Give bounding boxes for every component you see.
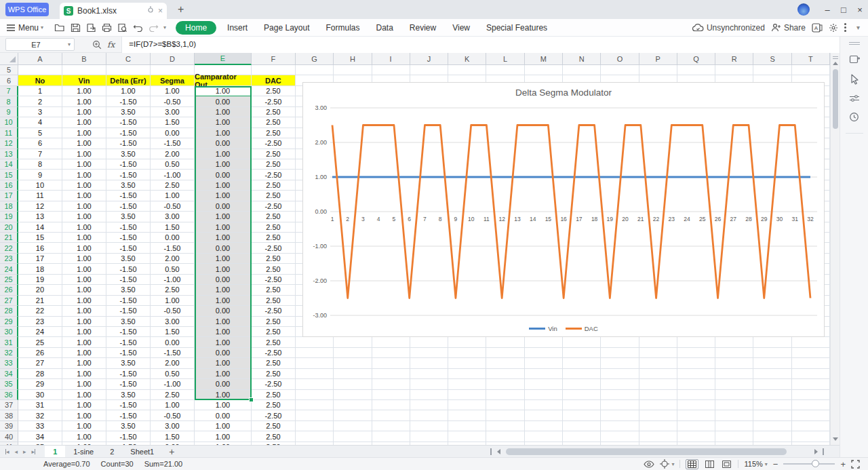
ribbon-tab-view[interactable]: View <box>444 23 478 33</box>
cell-D26[interactable]: 2.50 <box>151 285 195 295</box>
col-header-S[interactable]: S <box>753 53 791 65</box>
cell-K34[interactable] <box>448 369 486 379</box>
row-header-13[interactable]: 13 <box>0 149 18 159</box>
cell-D18[interactable]: -0.50 <box>151 201 195 212</box>
cell-B27[interactable]: 1.00 <box>62 296 106 306</box>
row-header-8[interactable]: 8 <box>0 96 18 106</box>
cell-A19[interactable]: 13 <box>18 212 62 222</box>
cell-E26[interactable]: 1.00 <box>195 285 252 295</box>
cell-E8[interactable]: 0.00 <box>195 96 252 106</box>
cell-L37[interactable] <box>486 400 524 410</box>
cell-B15[interactable]: 1.00 <box>62 170 106 180</box>
cell-B37[interactable]: 1.00 <box>62 400 106 410</box>
cell-A22[interactable]: 16 <box>18 243 62 253</box>
cell-E27[interactable]: 1.00 <box>195 296 252 306</box>
row-header-25[interactable]: 25 <box>0 275 18 285</box>
row-header-40[interactable]: 40 <box>0 431 18 442</box>
cell-A13[interactable]: 7 <box>18 149 62 159</box>
cell-K5[interactable] <box>448 65 486 75</box>
cell-B19[interactable]: 1.00 <box>62 212 106 222</box>
cell-K36[interactable] <box>448 390 486 400</box>
ribbon-tab-special-features[interactable]: Special Features <box>478 23 555 33</box>
cell-B29[interactable]: 1.00 <box>62 317 106 327</box>
cell-F19[interactable]: 2.50 <box>252 212 296 222</box>
prev-sheet-icon[interactable]: ◂ <box>15 448 18 455</box>
hscroll-left-icon[interactable] <box>497 449 500 454</box>
cell-D22[interactable]: -1.50 <box>151 243 195 253</box>
print-icon[interactable] <box>102 23 112 33</box>
cell-F8[interactable]: -2.50 <box>252 96 296 106</box>
cell-D20[interactable]: 1.50 <box>151 222 195 233</box>
embedded-chart[interactable]: 3.002.001.000.00-1.00-2.00-3.00123456789… <box>302 82 825 337</box>
cell-A20[interactable]: 14 <box>18 222 62 233</box>
fill-handle[interactable] <box>249 397 254 402</box>
col-header-O[interactable]: O <box>601 53 639 65</box>
cell-D23[interactable]: 2.00 <box>151 254 195 264</box>
cell-P33[interactable] <box>639 358 677 368</box>
cell-H36[interactable] <box>334 390 372 400</box>
cell-C23[interactable]: 3.50 <box>106 254 151 264</box>
zoom-out-button[interactable]: − <box>773 459 778 469</box>
split-handle-vertical[interactable] <box>833 56 838 59</box>
cell-Q40[interactable] <box>677 431 715 442</box>
cell-O33[interactable] <box>601 358 639 368</box>
cell-J36[interactable] <box>410 390 448 400</box>
cell-N34[interactable] <box>563 369 601 379</box>
cell-I33[interactable] <box>372 358 410 368</box>
cell-Q5[interactable] <box>677 65 715 75</box>
row-header-29[interactable]: 29 <box>0 317 18 327</box>
row-header-38[interactable]: 38 <box>0 410 18 420</box>
cell-Q32[interactable] <box>677 348 715 358</box>
cell-L35[interactable] <box>486 379 524 389</box>
cell-B9[interactable]: 1.00 <box>62 107 106 117</box>
cell-E36[interactable]: 1.00 <box>195 390 252 400</box>
cell-G36[interactable] <box>296 390 334 400</box>
last-sheet-icon[interactable]: ▸ <box>32 448 36 455</box>
cell-J38[interactable] <box>410 410 448 420</box>
cell-F23[interactable]: 2.50 <box>252 254 296 264</box>
cell-E17[interactable]: 1.00 <box>195 191 252 201</box>
cell-O36[interactable] <box>601 390 639 400</box>
cell-D14[interactable]: 0.50 <box>151 159 195 170</box>
cell-L31[interactable] <box>486 337 524 347</box>
cell-E33[interactable]: 1.00 <box>195 358 252 368</box>
col-header-D[interactable]: D <box>151 53 195 65</box>
cell-C32[interactable]: -1.50 <box>106 348 151 358</box>
cell-E38[interactable]: 0.00 <box>195 410 252 420</box>
cell-R32[interactable] <box>715 348 753 358</box>
cell-L39[interactable] <box>486 421 524 431</box>
cell-T35[interactable] <box>792 379 830 389</box>
cell-E14[interactable]: 1.00 <box>195 159 252 170</box>
cell-D16[interactable]: 2.50 <box>151 180 195 191</box>
cell-B6[interactable]: Vin <box>62 75 106 85</box>
cell-A7[interactable]: 1 <box>18 86 62 96</box>
sheet-tab-2[interactable]: 2 <box>102 446 122 457</box>
cell-E39[interactable]: 1.00 <box>195 421 252 431</box>
row-header-14[interactable]: 14 <box>0 159 18 170</box>
cell-N32[interactable] <box>563 348 601 358</box>
cell-P37[interactable] <box>639 400 677 410</box>
cell-B24[interactable]: 1.00 <box>62 264 106 274</box>
tab-splitter[interactable] <box>490 448 492 455</box>
cell-N39[interactable] <box>563 421 601 431</box>
cell-C16[interactable]: 3.50 <box>106 180 151 191</box>
cell-E18[interactable]: 0.00 <box>195 201 252 212</box>
cell-Q36[interactable] <box>677 390 715 400</box>
cell-O39[interactable] <box>601 421 639 431</box>
cell-S31[interactable] <box>753 337 791 347</box>
cell-E21[interactable]: 1.00 <box>195 233 252 243</box>
col-header-G[interactable]: G <box>296 53 334 65</box>
row-header-24[interactable]: 24 <box>0 264 18 274</box>
cell-O32[interactable] <box>601 348 639 358</box>
cell-F28[interactable]: -2.50 <box>252 306 296 316</box>
cell-O31[interactable] <box>601 337 639 347</box>
row-header-15[interactable]: 15 <box>0 170 18 180</box>
cell-B38[interactable]: 1.00 <box>62 410 106 420</box>
cell-F10[interactable]: 2.50 <box>252 117 296 128</box>
select-tool-button[interactable] <box>840 74 868 85</box>
sheet-tab-1[interactable]: 1 <box>45 446 65 457</box>
cell-D12[interactable]: -1.50 <box>151 138 195 149</box>
cell-S36[interactable] <box>753 390 791 400</box>
cell-A37[interactable]: 31 <box>18 400 62 410</box>
row-header-30[interactable]: 30 <box>0 327 18 337</box>
